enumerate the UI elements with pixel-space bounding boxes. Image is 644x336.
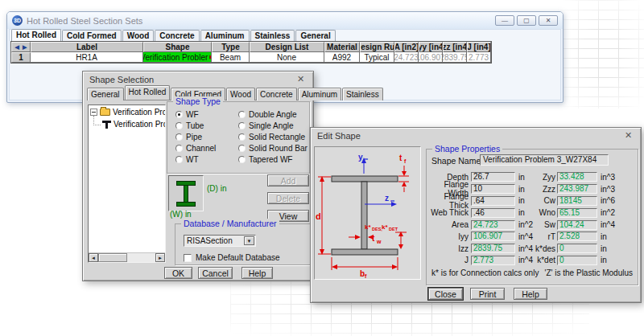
prop-row: Iyy106.907in^4 rT2.528in: [427, 231, 634, 243]
radio-single-angle[interactable]: Single Angle: [238, 121, 294, 130]
sw-field[interactable]: 104.24: [557, 220, 597, 230]
tab-wood[interactable]: Wood: [122, 30, 155, 41]
prop-unit: in^4: [518, 232, 535, 241]
titlebar[interactable]: 3D Hot Rolled Steel Section Sets — ▢ ✕: [7, 12, 563, 29]
wno-field[interactable]: 65.15: [557, 208, 597, 218]
flange-width-field[interactable]: 10: [471, 184, 515, 194]
tab-hot-rolled[interactable]: Hot Rolled: [11, 29, 61, 41]
k-note: k* is for Connection calcs only: [431, 268, 539, 277]
help-button[interactable]: Help: [514, 288, 547, 300]
tab-stainless[interactable]: Stainless: [342, 88, 383, 100]
close-icon[interactable]: ✕: [295, 74, 307, 84]
radio-pipe[interactable]: Pipe: [175, 133, 202, 141]
radio-tapered-wf[interactable]: Tapered WF: [238, 155, 292, 164]
radio-solid-rectangle[interactable]: Solid Rectangle: [238, 133, 305, 141]
rt-field[interactable]: 2.528: [557, 232, 597, 241]
prop-unit: in^4: [518, 256, 535, 264]
radio-channel[interactable]: Channel: [175, 144, 216, 153]
add-button[interactable]: Add: [267, 174, 309, 186]
flange-thick-field[interactable]: .64: [471, 196, 515, 206]
radio-wt[interactable]: WT: [175, 155, 199, 164]
kdes-field[interactable]: 0: [557, 244, 597, 253]
kdet-label: k*: [382, 223, 388, 231]
tab-concrete[interactable]: Concrete: [256, 88, 297, 100]
scroll-left-icon[interactable]: ◄: [89, 253, 98, 262]
combo-dropdown-icon[interactable]: ▼: [244, 236, 254, 245]
shape-database-tree[interactable]: Verification Probler Verification Prc ◄ …: [88, 104, 166, 263]
tree-horizontal-scrollbar[interactable]: ◄ ►: [89, 252, 165, 262]
radio-tube[interactable]: Tube: [175, 121, 204, 130]
cell-label[interactable]: HR1A: [31, 52, 143, 63]
minimize-button[interactable]: —: [495, 15, 514, 26]
cell-shape[interactable]: Verification Probler ▶: [143, 52, 212, 63]
prop-label: Wno: [535, 208, 555, 217]
cell-type[interactable]: Beam: [212, 52, 250, 63]
beam-web: [361, 182, 367, 249]
tab-stainless[interactable]: Stainless: [250, 30, 295, 41]
col-header-material: Material: [324, 42, 360, 52]
j-field[interactable]: 2.773: [471, 256, 515, 265]
maximize-button[interactable]: ▢: [517, 15, 536, 26]
dialog-titlebar[interactable]: Shape Selection ✕: [83, 72, 313, 87]
cell-material[interactable]: A992: [324, 52, 360, 63]
tab-aluminum[interactable]: Aluminum: [200, 30, 250, 41]
tab-aluminum[interactable]: Aluminum: [298, 88, 341, 100]
help-button[interactable]: Help: [242, 267, 273, 279]
print-button[interactable]: Print: [470, 288, 505, 300]
tab-hot-rolled[interactable]: Hot Rolled: [125, 85, 171, 100]
delete-button[interactable]: Delete: [267, 192, 309, 204]
checkbox[interactable]: [184, 254, 192, 262]
tab-wood[interactable]: Wood: [226, 88, 255, 100]
col-header-label: Label: [31, 42, 143, 52]
tab-cold-formed[interactable]: Cold Formed: [62, 30, 122, 41]
z-axis-sub: ∞: [390, 198, 394, 203]
close-button[interactable]: Close: [428, 288, 463, 300]
flange-thick-sub: f: [404, 158, 407, 164]
prop-row: Izz2839.75in^4 k*des0in: [427, 243, 634, 255]
cell-shape-text: Verification Probler: [143, 53, 208, 62]
zyy-field[interactable]: 33.428: [557, 172, 597, 182]
radio-double-angle[interactable]: Double Angle: [238, 110, 297, 119]
shape-name-field[interactable]: Verification Problem 3_W27X84: [480, 154, 609, 166]
area-field[interactable]: 24.723: [471, 220, 515, 230]
make-default-checkbox-row[interactable]: Make Default Database: [184, 253, 280, 262]
prop-unit: in: [518, 208, 535, 217]
beam-section-icon: [102, 121, 111, 129]
close-icon[interactable]: ✕: [622, 130, 634, 141]
col-header-iyy: Iyy [in4]: [419, 42, 443, 52]
tree-item-child[interactable]: Verification Prc: [89, 119, 165, 129]
folder-icon: [100, 109, 110, 116]
prop-unit: in^3: [601, 173, 617, 182]
nav-left-icon[interactable]: ◀: [14, 44, 21, 51]
database-combo[interactable]: RISASection ▼: [184, 235, 256, 247]
cancel-button[interactable]: Cancel: [198, 267, 233, 279]
iyy-field[interactable]: 106.907: [471, 232, 515, 241]
shape-diagram-panel: y ∞ z ∞ d t f: [314, 146, 421, 280]
tab-concrete[interactable]: Concrete: [155, 30, 199, 41]
web-thick-field[interactable]: .46: [471, 208, 515, 218]
beam-top-flange: [332, 176, 398, 182]
radio-solid-round-bar[interactable]: Solid Round Bar: [238, 144, 308, 153]
app-3d-icon: 3D: [12, 15, 23, 26]
tab-general[interactable]: General: [87, 88, 124, 100]
cw-field[interactable]: 18145: [557, 196, 597, 206]
zzz-field[interactable]: 243.987: [557, 184, 597, 194]
properties-rows: Depth26.7in Zyy33.428in^3 Flange Width10…: [427, 171, 634, 266]
tab-general[interactable]: General: [295, 30, 335, 41]
cell-design-rule[interactable]: Typical: [360, 52, 394, 63]
dialog-titlebar[interactable]: Edit Shape ✕: [311, 128, 641, 143]
scrollbar-thumb[interactable]: [98, 253, 127, 262]
row-number[interactable]: 1: [11, 52, 31, 63]
radio-wf[interactable]: WF: [175, 110, 199, 119]
ok-button[interactable]: OK: [164, 267, 192, 279]
prop-label: Zyy: [535, 173, 555, 182]
close-button[interactable]: ✕: [539, 15, 558, 26]
depth-field[interactable]: 26.7: [471, 172, 515, 182]
kdet-field[interactable]: 0: [557, 256, 597, 265]
izz-field[interactable]: 2839.75: [471, 244, 515, 253]
checkbox-label: Make Default Database: [196, 253, 280, 262]
tree-collapse-icon[interactable]: [90, 109, 97, 116]
nav-right-icon[interactable]: ▶: [21, 44, 28, 51]
cell-design-list[interactable]: None: [250, 52, 324, 63]
scroll-right-icon[interactable]: ►: [155, 253, 165, 262]
